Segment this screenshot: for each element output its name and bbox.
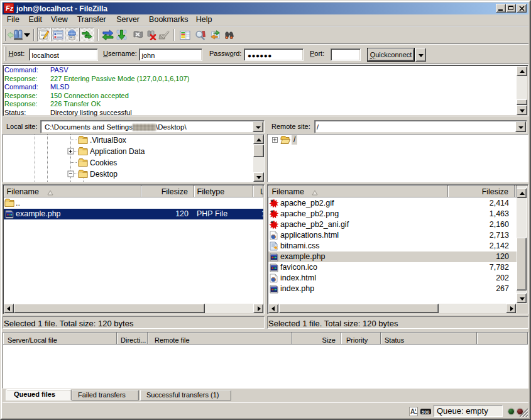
svg-text:Fz: Fz: [6, 4, 14, 12]
